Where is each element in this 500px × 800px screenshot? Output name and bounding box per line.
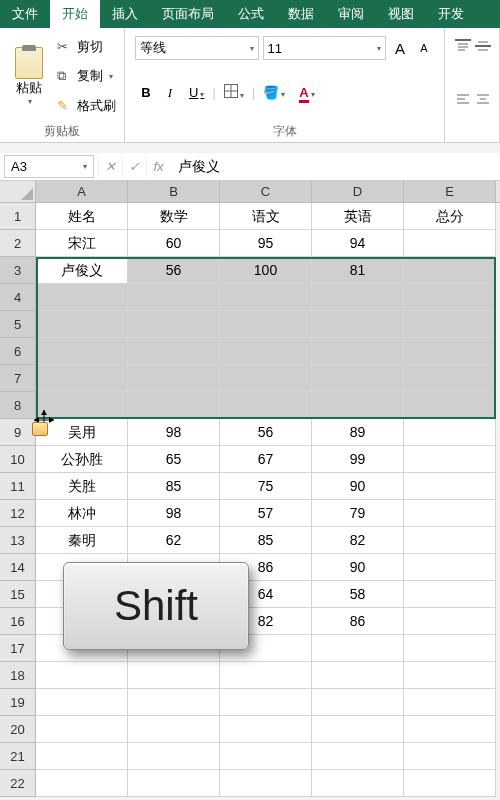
cell[interactable]: 林冲 [36, 500, 128, 527]
row-header[interactable]: 11 [0, 473, 36, 500]
font-color-button[interactable]: A▾ [293, 83, 320, 102]
row-header[interactable]: 1 [0, 203, 36, 230]
cell[interactable] [312, 392, 404, 419]
cell[interactable]: 吴用 [36, 419, 128, 446]
cell[interactable]: 62 [128, 527, 220, 554]
cell[interactable] [404, 392, 496, 419]
cell[interactable] [36, 716, 128, 743]
cell[interactable]: 58 [312, 581, 404, 608]
cell[interactable] [312, 635, 404, 662]
cell[interactable]: 90 [312, 554, 404, 581]
cell[interactable] [220, 662, 312, 689]
cell[interactable] [312, 365, 404, 392]
cut-button[interactable]: ✂ 剪切 [55, 36, 118, 58]
cell[interactable] [220, 743, 312, 770]
cell[interactable] [220, 392, 312, 419]
italic-button[interactable]: I [159, 83, 181, 103]
cell[interactable] [404, 554, 496, 581]
copy-button[interactable]: ⧉ 复制 ▾ [55, 65, 118, 87]
cell[interactable] [404, 257, 496, 284]
cell[interactable] [36, 311, 128, 338]
enter-formula-button[interactable]: ✓ [122, 156, 146, 177]
cell[interactable]: 语文 [220, 203, 312, 230]
cell[interactable] [404, 608, 496, 635]
cell[interactable] [312, 338, 404, 365]
cell[interactable] [128, 770, 220, 797]
cell[interactable] [36, 743, 128, 770]
insert-function-button[interactable]: fx [146, 156, 170, 177]
cell[interactable] [128, 743, 220, 770]
row-header[interactable]: 22 [0, 770, 36, 797]
cell[interactable] [128, 338, 220, 365]
cell[interactable] [36, 338, 128, 365]
decrease-font-button[interactable]: A [414, 42, 434, 54]
row-header[interactable]: 14 [0, 554, 36, 581]
cell[interactable] [36, 365, 128, 392]
menu-insert[interactable]: 插入 [100, 0, 150, 28]
increase-font-button[interactable]: A [390, 40, 410, 57]
cell[interactable] [36, 662, 128, 689]
cell[interactable]: 95 [220, 230, 312, 257]
cell[interactable] [36, 284, 128, 311]
cell[interactable] [404, 365, 496, 392]
cell[interactable] [220, 770, 312, 797]
cell[interactable]: 67 [220, 446, 312, 473]
row-header[interactable]: 5 [0, 311, 36, 338]
row-header[interactable]: 8 [0, 392, 36, 419]
cell[interactable]: 宋江 [36, 230, 128, 257]
paste-button[interactable]: 粘贴 ▾ [6, 32, 51, 121]
cell[interactable]: 57 [220, 500, 312, 527]
cell[interactable]: 85 [128, 473, 220, 500]
col-header-c[interactable]: C [220, 181, 312, 202]
cell[interactable] [404, 716, 496, 743]
cell[interactable] [36, 392, 128, 419]
row-header[interactable]: 6 [0, 338, 36, 365]
cell[interactable] [128, 662, 220, 689]
row-header[interactable]: 21 [0, 743, 36, 770]
cell[interactable] [312, 770, 404, 797]
cell[interactable] [404, 527, 496, 554]
cell[interactable] [404, 419, 496, 446]
formula-input[interactable]: 卢俊义 [170, 155, 500, 179]
col-header-e[interactable]: E [404, 181, 496, 202]
borders-button[interactable]: ▾ [218, 82, 250, 103]
cancel-formula-button[interactable]: ✕ [98, 156, 122, 177]
select-all-button[interactable] [0, 181, 36, 202]
format-painter-button[interactable]: ✎ 格式刷 [55, 95, 118, 117]
row-header[interactable]: 10 [0, 446, 36, 473]
cell[interactable] [36, 689, 128, 716]
cell[interactable]: 关胜 [36, 473, 128, 500]
align-middle-button[interactable] [475, 38, 491, 57]
row-header[interactable]: 7 [0, 365, 36, 392]
menu-review[interactable]: 审阅 [326, 0, 376, 28]
row-header[interactable]: 18 [0, 662, 36, 689]
row-header[interactable]: 16 [0, 608, 36, 635]
cell[interactable] [312, 311, 404, 338]
cell[interactable] [220, 338, 312, 365]
cell[interactable]: 总分 [404, 203, 496, 230]
cell[interactable] [404, 338, 496, 365]
row-header[interactable]: 15 [0, 581, 36, 608]
cell[interactable] [128, 365, 220, 392]
cell[interactable] [404, 284, 496, 311]
cell[interactable]: 86 [312, 608, 404, 635]
col-header-d[interactable]: D [312, 181, 404, 202]
cell[interactable] [404, 230, 496, 257]
cell[interactable] [404, 446, 496, 473]
menu-formulas[interactable]: 公式 [226, 0, 276, 28]
cell[interactable] [312, 716, 404, 743]
cell[interactable] [128, 689, 220, 716]
col-header-a[interactable]: A [36, 181, 128, 202]
cell[interactable]: 94 [312, 230, 404, 257]
row-header[interactable]: 13 [0, 527, 36, 554]
align-center-button[interactable] [475, 92, 491, 111]
cell[interactable] [404, 770, 496, 797]
row-header[interactable]: 12 [0, 500, 36, 527]
cell[interactable] [128, 392, 220, 419]
row-header[interactable]: 19 [0, 689, 36, 716]
row-header[interactable]: 20 [0, 716, 36, 743]
menu-file[interactable]: 文件 [0, 0, 50, 28]
row-header[interactable]: 9 [0, 419, 36, 446]
menu-data[interactable]: 数据 [276, 0, 326, 28]
cell[interactable] [404, 311, 496, 338]
